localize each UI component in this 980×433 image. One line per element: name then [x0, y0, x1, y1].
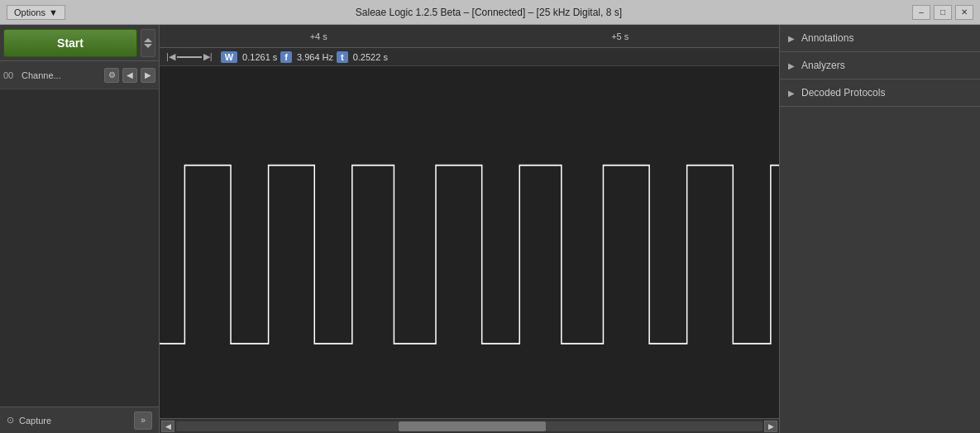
- meas-f-badge: f: [280, 51, 292, 63]
- analyzers-label: Analyzers: [801, 60, 845, 71]
- waveform-svg: [160, 66, 779, 418]
- spinner-up-icon[interactable]: [144, 38, 152, 42]
- timeline-marker-2: +5 s: [470, 31, 772, 41]
- start-area: Start: [0, 25, 159, 61]
- decoded-protocols-section: ▶ Decoded Protocols: [780, 79, 980, 107]
- right-panel: ▶ Annotations ▶ Analyzers ▶ Decoded Prot…: [779, 25, 980, 433]
- window-title: Saleae Logic 1.2.5 Beta – [Connected] – …: [65, 7, 912, 18]
- maximize-button[interactable]: □: [934, 5, 952, 20]
- close-button[interactable]: ✕: [955, 5, 973, 20]
- forward-button[interactable]: »: [134, 411, 152, 430]
- scrollbar-container: ◀ ▶: [160, 418, 779, 433]
- right-panel-spacer: [780, 107, 980, 433]
- timeline: +4 s +5 s: [160, 25, 779, 48]
- capture-icon: ⊙: [7, 415, 14, 426]
- scroll-left-button[interactable]: ◀: [161, 421, 174, 432]
- waveform-area: [160, 66, 779, 418]
- decoded-protocols-label: Decoded Protocols: [801, 87, 885, 99]
- decoded-protocols-arrow-icon: ▶: [788, 89, 795, 98]
- start-button[interactable]: Start: [3, 29, 137, 57]
- ruler-left-icon: |◀: [166, 51, 175, 62]
- analyzers-section: ▶ Analyzers: [780, 52, 980, 79]
- channel-gear-button[interactable]: ⚙: [104, 68, 119, 83]
- window-controls: – □ ✕: [912, 5, 973, 20]
- title-bar: Options ▼ Saleae Logic 1.2.5 Beta – [Con…: [0, 0, 980, 25]
- center-panel: +4 s +5 s |◀ ▶| W 0.1261 s f 3.964 Hz t …: [160, 25, 779, 433]
- analyzers-header[interactable]: ▶ Analyzers: [780, 52, 980, 79]
- channel-next-button[interactable]: ▶: [141, 68, 155, 83]
- scrollbar-track[interactable]: [176, 421, 762, 431]
- annotations-label: Annotations: [801, 32, 853, 44]
- meas-t-badge: t: [337, 51, 348, 63]
- annotations-arrow-icon: ▶: [788, 34, 795, 43]
- meas-t-value: 0.2522 s: [353, 52, 388, 62]
- meas-w-value: 0.1261 s: [242, 52, 277, 62]
- channel-name: Channe...: [22, 70, 101, 80]
- meas-f-value: 3.964 Hz: [297, 52, 333, 62]
- capture-label: Capture: [19, 416, 51, 426]
- main-layout: Start 00 Channe... ⚙ ◀ ▶ ⊙ Capture » +: [0, 25, 980, 433]
- scrollbar-thumb[interactable]: [399, 421, 545, 431]
- ruler-line: [177, 56, 202, 58]
- channel-number: 00: [3, 70, 18, 80]
- channel-signal-area: [0, 89, 159, 407]
- spinner-down-icon[interactable]: [144, 44, 152, 48]
- options-button[interactable]: Options ▼: [7, 5, 65, 20]
- meas-w-badge: W: [221, 51, 237, 63]
- start-spinner[interactable]: [141, 29, 155, 57]
- decoded-protocols-header[interactable]: ▶ Decoded Protocols: [780, 79, 980, 106]
- annotations-header[interactable]: ▶ Annotations: [780, 25, 980, 51]
- svg-rect-0: [160, 66, 779, 418]
- ruler-right-icon: ▶|: [203, 51, 213, 62]
- channel-row: 00 Channe... ⚙ ◀ ▶: [0, 61, 159, 89]
- minimize-button[interactable]: –: [912, 5, 930, 20]
- analyzers-arrow-icon: ▶: [788, 61, 795, 70]
- annotations-section: ▶ Annotations: [780, 25, 980, 52]
- measurement-ruler: |◀ ▶|: [166, 51, 213, 62]
- channel-prev-button[interactable]: ◀: [122, 68, 137, 83]
- scroll-right-button[interactable]: ▶: [764, 421, 777, 432]
- left-panel: Start 00 Channe... ⚙ ◀ ▶ ⊙ Capture »: [0, 25, 160, 433]
- bottom-panel: ⊙ Capture »: [0, 407, 159, 433]
- timeline-marker-1: +4 s: [168, 31, 470, 41]
- measurement-bar: |◀ ▶| W 0.1261 s f 3.964 Hz t 0.2522 s: [160, 48, 779, 66]
